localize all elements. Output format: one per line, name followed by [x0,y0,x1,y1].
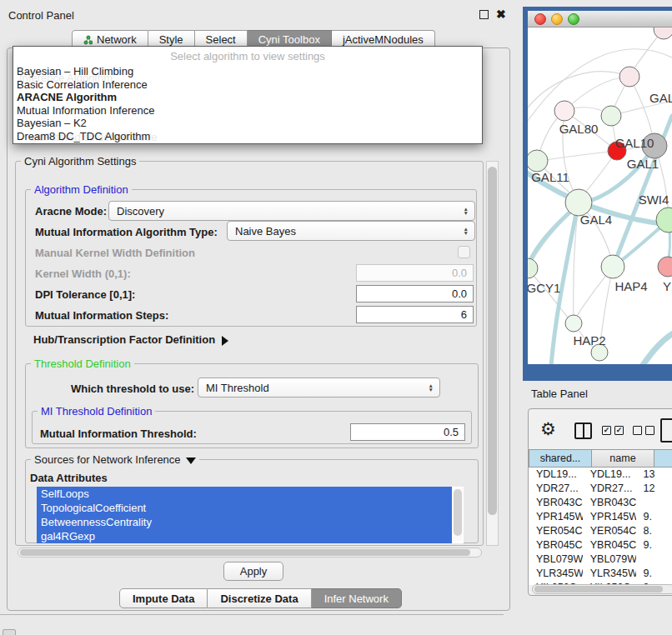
data-attributes-list[interactable]: SelfLoopsTopologicalCoefficientBetweenne… [37,487,464,543]
table-cell[interactable]: 9. [636,510,672,524]
kernel-width-input[interactable]: 0.0 [356,264,474,282]
minimize-window-icon[interactable] [551,13,563,25]
dpi-tolerance-input[interactable]: 0.0 [356,285,474,302]
table-row[interactable]: YER054CYER054C8. [529,524,672,538]
table-cell[interactable]: YBL079W [583,552,636,567]
table-cell[interactable]: YDL19... [583,468,636,482]
hub-definition-toggle[interactable]: Hub/Transcription Factor Definition [33,333,228,346]
table-row[interactable]: YBL079WYBL079W [529,552,672,567]
tab-infer-network[interactable]: Infer Network [312,588,402,608]
table-cell[interactable] [636,496,672,510]
apply-button[interactable]: Apply [223,562,283,581]
algorithm-option[interactable]: Bayesian – K2 [16,117,479,130]
zoom-window-icon[interactable] [568,13,579,25]
algorithm-option[interactable]: Basic Correlation Inference [16,78,479,92]
node-label: HAP4 [614,279,647,293]
aracne-mode-select[interactable]: Discovery ▲▼ [108,201,475,221]
close-window-icon[interactable] [534,13,546,25]
table-cell[interactable]: YBR045C [583,538,636,552]
table-cell[interactable]: 13 [636,468,672,482]
network-node-gal[interactable] [619,67,639,87]
scrollbar-thumb[interactable] [454,489,462,536]
table-body[interactable]: YDL19...YDL19...13YDR27...YDR27...12YBR0… [529,468,672,585]
table-cell[interactable]: YLR345W [529,567,583,581]
mi-type-select[interactable]: Naive Bayes ▲▼ [227,221,475,241]
algorithm-option[interactable]: ARACNE Algorithm [16,91,479,104]
table-cell[interactable]: 9. [636,567,672,581]
table-cell[interactable]: YBR043C [583,496,636,510]
table-cell[interactable]: 8. [636,524,672,538]
attribute-item-selected[interactable]: SelfLoops [37,487,452,501]
scrollbar-thumb[interactable] [20,549,470,556]
list-scrollbar[interactable] [453,488,463,541]
settings-vertical-scrollbar[interactable] [486,161,499,546]
close-panel-icon[interactable]: ✖ [496,10,506,19]
network-edge [641,332,672,364]
table-cell[interactable]: YPR145W [583,510,636,524]
which-threshold-label: Which threshold to use: [71,382,194,395]
network-view-canvas[interactable]: GALGAL80GAL10GAL1GAL11GAL4SWI4GCY1HAP4YH… [528,28,672,364]
collapse-button[interactable] [3,629,16,635]
network-node-hap4[interactable] [601,255,624,278]
unchecked-boxes-icon[interactable] [633,426,654,435]
network-node-gcy1[interactable] [528,258,538,278]
bottom-tabbar: Impute Data Discretize Data Infer Networ… [119,588,402,608]
table-row[interactable]: YBR045CYBR045C9. [529,538,672,552]
tab-label: Style [159,33,183,46]
tab-discretize-data[interactable]: Discretize Data [208,588,311,608]
table-cell[interactable]: YBR045C [529,538,583,552]
table-cell[interactable]: 9. [636,538,672,552]
columns-icon[interactable] [574,422,592,439]
float-panel-icon[interactable] [479,10,489,19]
manual-kernel-checkbox[interactable] [458,246,470,258]
tab-impute-data[interactable]: Impute Data [119,588,208,608]
network-node-gal11[interactable] [528,150,548,172]
table-cell[interactable]: YBR043C [529,496,583,510]
attribute-item-selected[interactable]: TopologicalCoefficient [37,501,452,515]
mi-steps-input[interactable]: 6 [356,306,474,323]
mi-threshold-input[interactable]: 0.5 [350,423,465,441]
table-cell[interactable]: YER054C [583,524,636,538]
table-horizontal-scrollbar[interactable] [532,584,672,594]
network-node-hap2[interactable] [565,315,582,332]
table-row[interactable]: YDR27...YDR27...12 [529,482,672,496]
table-row[interactable]: YPR145WYPR145W9. [529,510,672,524]
network-window-titlebar[interactable] [528,11,672,28]
attribute-item-selected[interactable]: BetweennessCentrality [37,515,452,529]
table-row[interactable]: YDL19...YDL19...13 [529,468,672,482]
gear-icon[interactable]: ⚙ [540,419,556,439]
table-row[interactable]: YBR043CYBR043C [529,496,672,510]
network-node-gal80[interactable] [554,101,574,121]
which-threshold-select[interactable]: MI Threshold ▲▼ [198,378,440,398]
table-cell[interactable]: YBL079W [529,552,583,567]
table-cell[interactable]: YDR27... [529,482,583,496]
table-cell[interactable]: YDR27... [583,482,636,496]
column-header-cut[interactable] [654,449,672,468]
algorithm-option[interactable]: Dream8 DC_TDC Algorithm [16,130,479,143]
network-node-gal10[interactable] [601,106,621,126]
table-cell[interactable]: YDL19... [529,468,583,482]
column-header-name[interactable]: name [592,449,654,468]
table-cell[interactable]: YER054C [529,524,583,538]
algorithm-option[interactable]: Bayesian – Hill Climbing [16,65,479,78]
checked-boxes-icon[interactable]: ✓✓ [602,426,624,435]
manual-kernel-label: Manual Kernel Width Definition [35,247,195,259]
column-header-shared[interactable]: shared... [529,449,592,468]
scrollbar-thumb[interactable] [488,167,497,515]
table-row[interactable]: YLR345WYLR345W9. [529,567,672,581]
document-icon[interactable] [660,418,672,442]
dropdown-prompt: Select algorithm to view settings [13,50,482,62]
network-edge [564,77,629,111]
table-cell[interactable]: 12 [636,482,672,496]
sources-toggle[interactable]: Sources for Network Inference [31,453,199,466]
tab-label: Cyni Toolbox [258,33,320,46]
network-node-y[interactable] [658,257,672,277]
table-cell[interactable] [636,552,672,567]
table-cell[interactable]: YLR345W [583,567,636,581]
scrollbar-thumb[interactable] [534,586,663,592]
attribute-item-selected[interactable]: gal4RGexp [37,529,452,543]
settings-horizontal-scrollbar[interactable] [18,548,482,558]
algorithm-option[interactable]: Mutual Information Inference [16,104,479,118]
node-label: GAL4 [580,212,612,227]
table-cell[interactable]: YPR145W [529,510,583,524]
